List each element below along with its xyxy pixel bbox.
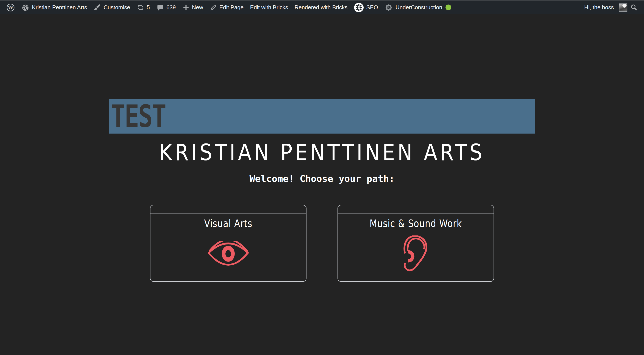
card-visual-arts-header — [150, 205, 306, 213]
seo-plugin-icon — [354, 2, 364, 12]
seo-menu[interactable]: SEO — [351, 1, 381, 14]
ear-icon — [404, 235, 428, 273]
updates-count: 5 — [147, 4, 150, 11]
underconstruction-status-dot — [446, 4, 451, 10]
seo-label: SEO — [366, 4, 378, 11]
edit-page-menu[interactable]: Edit Page — [206, 1, 247, 14]
path-cards: Visual Arts Music & Sound Work — [150, 205, 494, 282]
underconstruction-menu[interactable]: UnderConstruction — [381, 1, 454, 14]
comments-menu[interactable]: 639 — [153, 1, 179, 14]
edit-with-bricks-label: Edit with Bricks — [250, 4, 288, 11]
rendered-with-bricks-menu[interactable]: Rendered with Bricks — [292, 1, 351, 14]
eye-icon — [208, 241, 249, 267]
search-menu[interactable] — [629, 1, 641, 14]
sitename-menu[interactable]: Kristian Penttinen Arts — [18, 1, 90, 14]
customize-label: Customise — [104, 4, 130, 11]
my-account-menu[interactable]: Hi, the boss — [581, 1, 629, 14]
card-visual-arts-title: Visual Arts — [150, 218, 306, 229]
rendered-with-bricks-label: Rendered with Bricks — [295, 4, 348, 11]
gear-wrench-icon — [384, 3, 393, 12]
new-content-menu[interactable]: New — [179, 1, 206, 14]
plus-icon — [182, 4, 190, 11]
welcome-subtitle: Welcome! Choose your path: — [0, 174, 644, 184]
palette-icon — [21, 3, 30, 12]
greeting-label: Hi, the boss — [584, 4, 614, 11]
page-title: KRISTIAN PENTTINEN ARTS — [0, 141, 644, 164]
test-banner-text: TEST — [111, 101, 166, 131]
wordpress-logo-icon: W — [6, 3, 15, 12]
comments-count: 639 — [166, 4, 176, 11]
new-content-label: New — [192, 4, 203, 11]
search-icon — [630, 4, 638, 11]
card-music-sound-work[interactable]: Music & Sound Work — [338, 205, 494, 282]
test-banner: TEST — [109, 99, 535, 134]
card-visual-arts[interactable]: Visual Arts — [150, 205, 306, 282]
wp-logo-menu[interactable]: W — [3, 1, 18, 14]
sitename-label: Kristian Penttinen Arts — [32, 4, 87, 11]
customize-menu[interactable]: Customise — [90, 1, 134, 14]
edit-with-bricks-menu[interactable]: Edit with Bricks — [247, 1, 291, 14]
wp-admin-bar: W Kristian Penttinen Arts Customise — [0, 1, 644, 14]
update-icon — [137, 4, 144, 11]
underconstruction-label: UnderConstruction — [396, 4, 442, 11]
pencil-icon — [210, 4, 217, 11]
svg-text:W: W — [8, 5, 13, 10]
brush-icon — [94, 4, 101, 11]
card-music-sound-work-header — [338, 205, 494, 213]
comment-bubble-icon — [156, 4, 164, 11]
edit-page-label: Edit Page — [220, 4, 244, 11]
avatar — [619, 3, 628, 12]
card-music-sound-work-title: Music & Sound Work — [338, 218, 494, 229]
updates-menu[interactable]: 5 — [134, 1, 153, 14]
